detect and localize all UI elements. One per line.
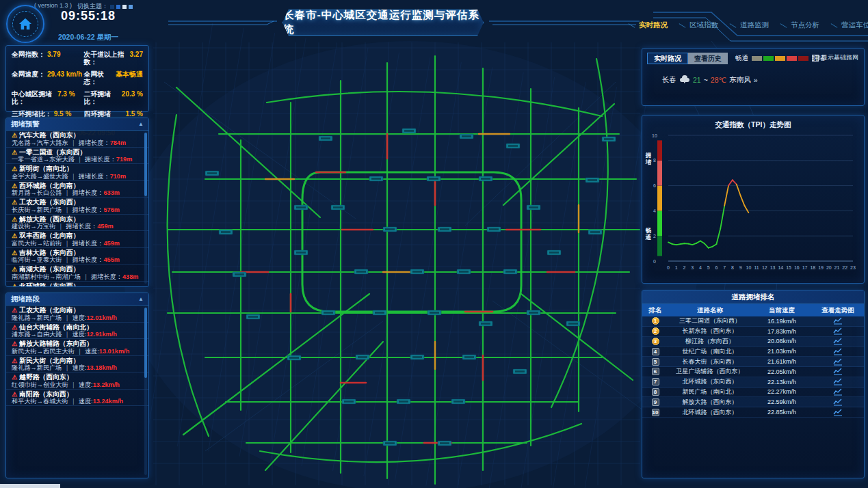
legend-swatch	[763, 56, 774, 61]
trend-chart-icon[interactable]	[812, 398, 864, 406]
alert-icon	[12, 307, 17, 314]
checkbox-icon[interactable]	[812, 55, 819, 62]
warning-icon	[12, 249, 17, 256]
svg-text:4: 4	[699, 265, 702, 270]
temp-high: 28℃	[711, 76, 726, 84]
ranking-title: 道路拥堵排名	[642, 290, 864, 304]
alert-icon	[12, 340, 17, 347]
warning-item[interactable]: 南湖大路（东向西）南湖新村中街→南湖广场｜拥堵长度：438m	[6, 265, 148, 282]
svg-text:20: 20	[826, 265, 832, 270]
weather-more-link[interactable]: »	[754, 76, 758, 84]
legend-swatch	[787, 56, 797, 61]
warning-icon	[12, 283, 17, 288]
svg-text:9: 9	[739, 265, 742, 270]
jam-item[interactable]: 工农大路（北向南）隆礼路→新民广场｜速度:12.01km/h	[6, 306, 148, 323]
scrollbar[interactable]	[144, 308, 147, 475]
clock: 09:55:18	[57, 9, 119, 23]
trend-chart-icon[interactable]	[812, 388, 864, 396]
temp-low: 21	[693, 76, 701, 84]
jam-item[interactable]: 新民大街（北向南）隆礼路→新民广场｜速度:13.18km/h	[6, 356, 148, 373]
svg-text:拥堵: 拥堵	[645, 152, 652, 165]
theme-swatch-icon[interactable]	[110, 5, 114, 9]
page-scrollbar[interactable]	[0, 484, 60, 488]
warning-item[interactable]: 工农大路（东向西）长庆街→新民广场｜拥堵长度：576m	[6, 198, 148, 215]
scrollbar[interactable]	[144, 133, 147, 284]
warning-item[interactable]: 一零二国道（东向西）一零一省道→东荣大路｜拥堵长度：719m	[6, 148, 148, 165]
stat-arterial-index: 次干道以上指数：3.27	[84, 51, 143, 66]
warning-icon	[12, 266, 17, 273]
nav-item-node-analysis[interactable]: 节点分析	[780, 21, 819, 30]
collapse-icon[interactable]: ▲	[138, 296, 144, 302]
warning-item[interactable]: 汽车大路（西向东）无名路→汽车大路东｜拥堵长度：784m	[6, 131, 148, 148]
trend-chart-icon[interactable]	[812, 378, 864, 385]
warning-item[interactable]: 双丰西路（北向南）富民大街→站前街｜拥堵长度：459m	[6, 231, 148, 248]
warning-item[interactable]: 新明街（南向北）金宇大路→盛世大路｜拥堵长度：710m	[6, 164, 148, 181]
ranking-row[interactable]: 3柳江路（东向西）20.08km/h	[642, 337, 864, 347]
weather-bar: 长春 21 ~ 28℃ 东南风 »	[662, 75, 859, 85]
panel-title: 拥堵预警	[11, 120, 40, 129]
theme-swatch-icon[interactable]	[122, 5, 127, 9]
trend-chart-icon[interactable]	[812, 368, 864, 375]
tpi-chart: 0246810012345678910111213141516171819202…	[642, 130, 863, 279]
tab-realtime-traffic[interactable]: 实时路况	[647, 53, 688, 64]
ranking-row[interactable]: 10北环城路（西向东）22.85km/h	[642, 407, 864, 418]
ranking-row[interactable]: 7北环城路（东向西）22.13km/h	[642, 377, 864, 388]
svg-text:19: 19	[818, 265, 824, 270]
congestion-warning-panel: 拥堵预警 ▲ 汽车大路（西向东）无名路→汽车大路东｜拥堵长度：784m 一零二国…	[5, 118, 149, 287]
stat-network-index: 全网指数：3.79	[12, 51, 84, 66]
tab-view-history[interactable]: 查看历史	[688, 53, 728, 64]
theme-swatch-icon[interactable]	[129, 5, 133, 9]
ranking-header-row: 排名道路名称 当前速度查看走势图	[642, 304, 864, 316]
svg-text:23: 23	[850, 265, 856, 270]
trend-chart-icon[interactable]	[812, 358, 864, 366]
svg-text:10: 10	[652, 133, 657, 138]
trend-chart-icon[interactable]	[812, 338, 864, 345]
jam-item[interactable]: 仙台大街辅路（南向北）浦东路→自由大路｜速度:12.91km/h	[6, 323, 148, 340]
nav-item-road-monitor[interactable]: 道路监测	[729, 21, 769, 30]
jam-item[interactable]: 越野路（西向东）红领巾街→创业大街｜速度:13.2km/h	[6, 372, 148, 390]
ranking-row[interactable]: 2长新东路（西向东）17.83km/h	[642, 327, 864, 337]
trend-chart-icon[interactable]	[812, 317, 864, 325]
warning-icon	[12, 182, 17, 189]
stat-network-speed: 全网速度：29.43 km/h	[12, 70, 84, 85]
dashboard: { "header": { "version": "( version 1.3 …	[0, 0, 868, 488]
trend-chart-icon[interactable]	[812, 327, 864, 335]
ranking-row[interactable]: 6卫星广场辅路（西向东）22.05km/h	[642, 367, 864, 377]
ranking-row[interactable]: 1三零二国道（东向西）16.19km/h	[642, 316, 864, 327]
warning-list: 汽车大路（西向东）无名路→汽车大路东｜拥堵长度：784m 一零二国道（东向西）一…	[6, 131, 148, 287]
home-icon	[12, 11, 38, 37]
tpi-chart-title: 交通指数（TPI）走势图	[642, 116, 864, 130]
ranking-row[interactable]: 8新民广场（南向北）22.27km/h	[642, 388, 864, 398]
warning-item[interactable]: 解放大路（西向东）建设街→万宝街｜拥堵长度：459m	[6, 215, 148, 232]
stat-network-status: 全网状态：基本畅通	[84, 70, 143, 85]
nav-item-realtime[interactable]: 实时路况	[628, 21, 668, 30]
ranking-row[interactable]: 5长春大街（东向西）21.61km/h	[642, 357, 864, 367]
svg-text:0: 0	[653, 259, 656, 264]
trend-chart-icon[interactable]	[812, 409, 864, 416]
warning-item[interactable]: 吉林大路（东向西）临河街→亚泰大街｜拥堵长度：455m	[6, 248, 148, 265]
jam-item[interactable]: 解放大路辅路（东向西）新民大街→西民主大街｜速度:13.01km/h	[6, 339, 148, 356]
ranking-row[interactable]: 9解放大路（西向东）22.59km/h	[642, 397, 864, 407]
trend-chart-icon[interactable]	[812, 348, 864, 355]
svg-text:11: 11	[754, 265, 759, 270]
nav-item-region-index[interactable]: 区域指数	[679, 21, 718, 30]
nav-item-vehicle-location[interactable]: 营运车位置	[830, 21, 868, 30]
svg-text:14: 14	[778, 265, 783, 270]
theme-swatch-icon[interactable]	[116, 5, 120, 9]
main-nav: 实时路况 区域指数 道路监测 节点分析 营运车位置 数据查询	[628, 21, 868, 30]
collapse-icon[interactable]: ▲	[138, 121, 144, 127]
svg-text:13: 13	[770, 265, 776, 270]
weather-icon	[679, 75, 690, 85]
base-network-checkbox[interactable]: 显示基础路网	[812, 54, 858, 62]
jam-item[interactable]: 南阳路（东向西）和平大街→春城大街｜速度:13.24km/h	[6, 390, 148, 407]
warning-item[interactable]: 西环城路（北向南）新月路→长白公路｜拥堵长度：633m	[6, 181, 148, 198]
ranking-row[interactable]: 4世纪广场（南向北）21.03km/h	[642, 347, 864, 357]
svg-text:2: 2	[683, 265, 686, 270]
svg-text:0: 0	[667, 265, 670, 270]
home-button[interactable]	[6, 5, 44, 43]
svg-text:10: 10	[746, 265, 751, 270]
alert-icon	[12, 357, 17, 364]
panel-title: 拥堵路段	[11, 295, 40, 304]
stat-center-jam-ratio: 中心城区拥堵比：7.3 %	[12, 90, 84, 105]
warning-item[interactable]: 北环城路（东向西）北人民大街→北凯旋路｜拥堵长度：436m	[6, 282, 148, 288]
